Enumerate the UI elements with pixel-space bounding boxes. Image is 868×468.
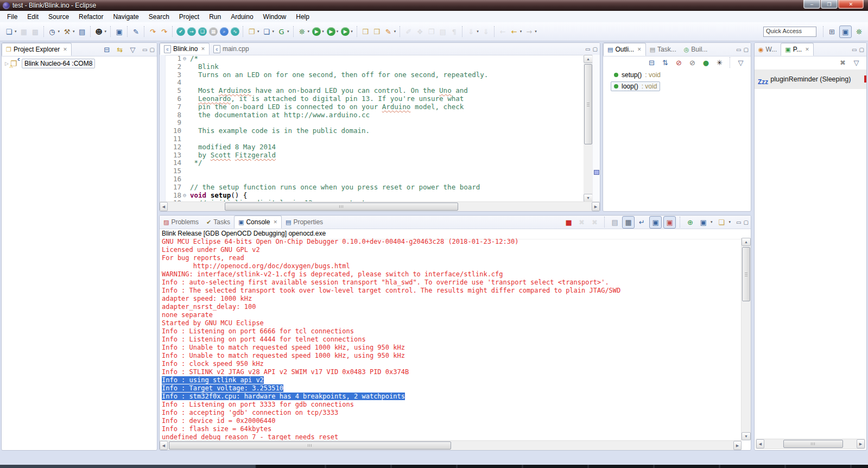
run-history-icon[interactable]: ▶ — [327, 27, 335, 36]
maximize-view-icon[interactable]: ▢ — [593, 46, 598, 52]
tab-outli[interactable]: ▤Outli...✕ — [603, 43, 646, 56]
quick-access-input[interactable]: Quick Access — [763, 27, 816, 37]
menu-help[interactable]: Help — [291, 12, 314, 22]
new-c-file-icon[interactable]: ❏ — [261, 26, 273, 37]
fold-marker-icon[interactable]: ⊖ — [183, 55, 190, 63]
restore-window-button[interactable]: ❐ — [821, 0, 838, 9]
menu-refactor[interactable]: Refactor — [74, 12, 108, 22]
minimize-window-button[interactable]: – — [803, 0, 820, 9]
clear-console-icon[interactable]: ▤ — [609, 217, 620, 228]
dropdown-arrow-icon[interactable]: ▾ — [337, 29, 339, 34]
dropdown-arrow-icon[interactable]: ▾ — [477, 29, 479, 34]
scroll-lock-icon[interactable]: ▦ — [622, 216, 635, 229]
open-terminal-icon[interactable]: ▣ — [113, 26, 125, 37]
tab-console[interactable]: ▣Console✕ — [234, 216, 282, 229]
plugin-horizontal-scrollbar[interactable]: ◀ ▶ — [756, 439, 865, 449]
program-flash-icon[interactable]: ▤ — [77, 26, 88, 37]
run-external-tools-icon[interactable]: ▶ — [341, 27, 350, 36]
open-element-icon[interactable]: ❒ — [360, 26, 371, 37]
hide-non-public-members-icon[interactable]: ● — [700, 57, 712, 68]
dropdown-arrow-icon[interactable]: ▾ — [520, 29, 522, 34]
tab-problems[interactable]: ▨Problems — [160, 216, 202, 229]
debug-perspective-button[interactable]: ❊ — [853, 26, 865, 37]
dropdown-arrow-icon[interactable]: ▾ — [58, 29, 60, 34]
scroll-left-icon[interactable]: ◀ — [756, 439, 764, 448]
console-vertical-scrollbar[interactable]: ▲ ▼ — [741, 238, 751, 440]
dropdown-arrow-icon[interactable]: ▾ — [535, 29, 537, 34]
maximize-view-icon[interactable]: ▢ — [744, 219, 749, 225]
dropdown-arrow-icon[interactable]: ▾ — [351, 29, 353, 34]
close-icon[interactable]: ✕ — [201, 46, 205, 52]
debug-icon[interactable]: ❊ — [296, 26, 308, 37]
maximize-view-icon[interactable]: ▢ — [744, 47, 749, 53]
toggle-mark-occurrences-icon[interactable]: ✎ — [383, 26, 394, 37]
run-icon[interactable]: ▶ — [312, 27, 321, 36]
upload-with-programmer-icon[interactable]: ↷ — [159, 26, 170, 37]
close-window-button[interactable]: ✕ — [838, 0, 864, 9]
serial-plotter-icon[interactable]: ∿ — [231, 27, 239, 36]
open-console-icon[interactable]: ❏ — [716, 217, 727, 228]
tab-task[interactable]: ▤Task... — [646, 43, 680, 56]
minimize-view-icon[interactable]: ▭ — [142, 47, 147, 53]
project-tree-item[interactable]: ▷ ❐ c ⚠ Blink Nucleo-64 :COM8 — [2, 56, 157, 68]
outline-item[interactable]: setup() : void — [611, 70, 664, 80]
close-icon[interactable]: ✕ — [805, 47, 809, 52]
show-on-stderr-icon[interactable]: ▣ — [663, 216, 676, 229]
dropdown-arrow-icon[interactable]: ▾ — [287, 29, 289, 34]
menu-search[interactable]: Search — [144, 12, 174, 22]
pin-console-icon[interactable]: ⊕ — [685, 217, 696, 228]
new-class-icon[interactable]: G — [276, 26, 287, 37]
dropdown-arrow-icon[interactable]: ▾ — [322, 29, 324, 34]
menu-file[interactable]: File — [2, 12, 22, 22]
scroll-left-icon[interactable]: ◀ — [160, 441, 168, 450]
build-icon[interactable]: ⚒ — [61, 26, 73, 37]
maximize-view-icon[interactable]: ▢ — [150, 47, 155, 53]
minimize-view-icon[interactable]: ▭ — [852, 47, 857, 53]
clear-icon[interactable]: ✖ — [837, 57, 848, 68]
scroll-right-icon[interactable]: ▶ — [857, 439, 865, 448]
menu-edit[interactable]: Edit — [22, 12, 43, 22]
fold-marker-icon[interactable]: ⊖ — [183, 192, 190, 200]
scroll-down-icon[interactable]: ▼ — [742, 432, 751, 440]
debug-remote-target-icon[interactable]: ◷ — [47, 26, 58, 37]
tab-p[interactable]: ▣P...✕ — [781, 43, 813, 56]
scroll-down-icon[interactable]: ▼ — [584, 194, 593, 202]
menu-navigate[interactable]: Navigate — [108, 12, 143, 22]
tab-main-cpp[interactable]: cmain.cpp — [210, 43, 253, 55]
verify-sketch-icon[interactable]: ✔ — [176, 27, 185, 36]
dropdown-arrow-icon[interactable]: ▾ — [15, 29, 17, 34]
code-editor[interactable]: 1⊖/*2 Blink3 Turns on an LED on for one … — [160, 55, 584, 202]
tab-buil[interactable]: ◎Buil... — [680, 43, 712, 56]
word-wrap-icon[interactable]: ↵ — [636, 217, 648, 228]
editor-horizontal-scrollbar[interactable]: ◀ ▶ — [160, 201, 600, 211]
expander-icon[interactable]: ▷ — [5, 61, 9, 66]
menu-run[interactable]: Run — [204, 12, 226, 22]
scrollbar-thumb[interactable] — [783, 440, 843, 448]
view-menu-icon[interactable]: ▽ — [735, 57, 746, 68]
scroll-up-icon[interactable]: ▲ — [584, 55, 593, 63]
scroll-left-icon[interactable]: ◀ — [160, 202, 168, 211]
open-perspective-button[interactable]: ⊞ — [826, 26, 838, 37]
tab-blink-ino[interactable]: cBlink.ino✕ — [160, 43, 210, 55]
scroll-right-icon[interactable]: ▶ — [733, 441, 742, 450]
new-cpp-project-icon[interactable]: ❐ — [246, 26, 257, 37]
dropdown-arrow-icon[interactable]: ▾ — [105, 29, 107, 34]
tab-project-explorer[interactable]: ❐ Project Explorer ✕ — [2, 43, 72, 56]
close-icon[interactable]: ✕ — [63, 47, 67, 52]
terminate-icon[interactable]: ■ — [563, 217, 574, 228]
editor-vertical-scrollbar[interactable]: ▲ ▼ — [584, 55, 593, 202]
menu-arduino[interactable]: Arduino — [226, 12, 258, 22]
new-wizard-icon[interactable]: ❏ — [3, 26, 15, 37]
tab-w[interactable]: ◉W... — [755, 43, 781, 56]
dropdown-arrow-icon[interactable]: ▾ — [273, 29, 275, 34]
close-icon[interactable]: ✕ — [273, 219, 277, 225]
new-sketch-icon[interactable]: ❏ — [198, 27, 207, 36]
user-profile-icon[interactable]: ☻ — [93, 26, 105, 37]
close-icon[interactable]: ✕ — [637, 47, 642, 52]
tab-tasks[interactable]: ✔Tasks — [202, 216, 234, 229]
plugin-reminder-item[interactable]: Zzz pluginReminder (Sleeping) — [755, 69, 866, 89]
forward-icon[interactable]: → — [523, 26, 535, 37]
view-menu-icon[interactable]: ▽ — [851, 57, 862, 68]
scrollbar-thumb[interactable] — [169, 441, 451, 450]
upload-sketch-icon[interactable]: ↷ — [147, 26, 159, 37]
